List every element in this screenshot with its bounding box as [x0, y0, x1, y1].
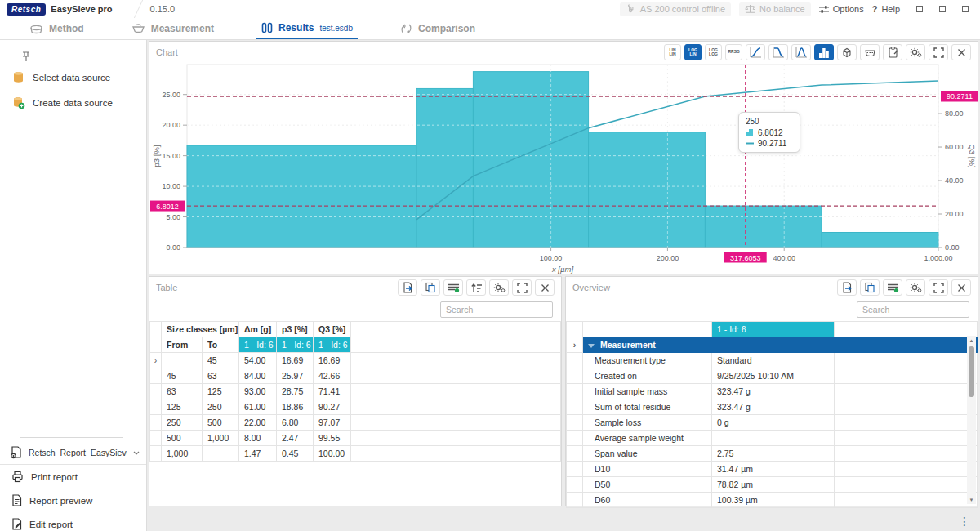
svg-text:317.6053: 317.6053 [730, 254, 761, 262]
overview-row[interactable]: Created on9/25/2025 10:10 AM [567, 368, 978, 384]
chart-settings-button[interactable] [906, 44, 925, 60]
svg-text:Q3 [%]: Q3 [%] [968, 144, 977, 167]
3d-view-button[interactable] [837, 44, 857, 60]
cumulative-curve-button[interactable] [746, 44, 765, 60]
overview-row[interactable]: Sample loss0 g [567, 415, 978, 431]
series-header-cell[interactable]: 1 - Id: 6 [314, 337, 351, 353]
svg-text:20.00: 20.00 [945, 210, 964, 218]
balance-status: No balance [739, 2, 811, 16]
version-label: 0.15.0 [150, 4, 176, 14]
svg-text:6.8012: 6.8012 [156, 203, 179, 211]
series-header-cell[interactable]: 1 - Id: 6 [712, 322, 835, 337]
pin-sidebar-icon[interactable] [21, 51, 31, 62]
scroll-up-icon[interactable]: ▲ [967, 336, 976, 345]
create-data-source-button[interactable]: Create data source [0, 90, 146, 115]
table-search-input[interactable] [440, 301, 553, 318]
print-report-button[interactable]: Print report [0, 465, 146, 489]
copy-button[interactable] [421, 279, 440, 296]
copy-chart-button[interactable] [883, 44, 902, 60]
fullscreen-button[interactable] [929, 44, 948, 60]
close-panel-button[interactable] [535, 279, 555, 296]
title-bar: Retsch EasySieve pro 0.15.0 AS 200 contr… [0, 0, 980, 18]
table-row[interactable]: 456384.0025.9742.66 [150, 368, 561, 384]
tab-measurement[interactable]: Measurement [127, 18, 219, 39]
settings-button[interactable] [906, 279, 925, 296]
column-chooser-button[interactable] [443, 279, 463, 296]
copy-button[interactable] [860, 279, 880, 296]
tab-method[interactable]: Method [24, 18, 89, 39]
axis-log-log-button[interactable]: LOGLOG [705, 44, 722, 60]
divider [20, 437, 123, 438]
chart-panel: Chart LINLINLOGLINLOGLOGRRSB 0.005.0010.… [149, 41, 978, 274]
density-curve-button[interactable] [791, 44, 811, 60]
help-button[interactable]: ? Help [872, 4, 900, 14]
edit-report-button[interactable]: Edit report [0, 512, 146, 531]
overview-row[interactable]: Average sample weight [567, 431, 978, 446]
table-panel: Table Size classes [µm]Δm [g]p3 [%]Q3 [%… [149, 276, 562, 506]
scrollbar-thumb[interactable] [969, 346, 974, 397]
fullscreen-button[interactable] [512, 279, 532, 296]
fullscreen-button[interactable] [929, 279, 948, 296]
retsch-logo: Retsch [7, 3, 46, 16]
axis-rrsb-button[interactable]: RRSB [725, 44, 742, 60]
overview-row[interactable]: Initial sample mass323.47 g [567, 384, 978, 399]
printer-icon [11, 471, 24, 483]
scroll-down-icon[interactable]: ▼ [967, 495, 976, 504]
svg-text:x [µm]: x [µm] [551, 265, 573, 274]
overview-panel: Overview 1 - Id: 6›MeasurementMeasuremen… [565, 276, 978, 506]
axis-lin-lin-button[interactable]: LINLIN [664, 44, 681, 60]
overview-row[interactable]: Sum of total residue323.47 g [567, 399, 978, 415]
axis-log-lin-button[interactable]: LOGLIN [684, 44, 702, 60]
svg-text:0.00: 0.00 [945, 243, 960, 252]
overview-row[interactable]: D5078.82 µm [567, 477, 978, 493]
overview-row[interactable]: Span value2.75 [567, 446, 978, 462]
svg-text:200.00: 200.00 [657, 254, 679, 262]
table-row[interactable]: 6312593.0028.7571.41 [150, 384, 561, 399]
open-file-name: test.esdb [319, 24, 353, 33]
sidebar: Select data sourceCreate data source Ret… [0, 40, 147, 531]
measurement-group-row[interactable]: ›Measurement [567, 337, 978, 353]
collapse-triangle-icon[interactable] [588, 344, 595, 348]
select-data-source-button[interactable]: Select data source [0, 65, 146, 90]
series-header-cell[interactable]: 1 - Id: 6 [277, 337, 314, 353]
svg-text:25.00: 25.00 [162, 91, 180, 99]
export-button[interactable] [837, 279, 857, 296]
window-maximize-button[interactable] [939, 6, 946, 12]
overview-search-input[interactable] [857, 301, 969, 318]
report-preview-button[interactable]: Report preview [0, 489, 146, 512]
histogram-button[interactable] [814, 44, 834, 60]
close-panel-button[interactable] [951, 279, 971, 296]
close-panel-button[interactable] [951, 44, 971, 60]
window-close-button[interactable] [962, 6, 969, 12]
column-chooser-button[interactable] [883, 279, 902, 296]
options-button[interactable]: Options [819, 4, 864, 14]
chevron-down-icon [133, 451, 140, 455]
svg-text:p3 [%]: p3 [%] [152, 145, 161, 167]
table-row[interactable]: ›4554.0016.6916.69 [150, 353, 561, 368]
svg-text:60.00: 60.00 [945, 143, 964, 151]
tab-comparison[interactable]: Comparison [395, 18, 480, 39]
settings-button[interactable] [489, 279, 509, 296]
overview-row[interactable]: Measurement typeStandard [567, 353, 978, 368]
tab-results[interactable]: Resultstest.esdb [256, 18, 358, 39]
export-button[interactable] [398, 279, 417, 296]
chart-panel-title: Chart [156, 47, 178, 57]
table-row[interactable]: 1,0001.470.45100.00 [150, 446, 561, 462]
overview-scrollbar[interactable]: ▲ ▼ [967, 336, 976, 504]
report-template-selector[interactable]: Retsch_Report_EasySieve. [0, 441, 146, 465]
retained-curve-button[interactable] [768, 44, 788, 60]
table-row[interactable]: 25050022.006.8097.07 [150, 415, 561, 431]
window-minimize-button[interactable] [916, 6, 923, 12]
table-row[interactable]: 5001,0008.002.4799.55 [150, 431, 561, 446]
series-header-cell[interactable]: 1 - Id: 6 [239, 337, 277, 353]
chart-plot-area[interactable]: 0.005.0010.0015.0020.0025.000.0020.0040.… [149, 63, 978, 274]
table-row[interactable]: 12525061.0018.8690.27 [150, 399, 561, 415]
sieve-view-button[interactable] [860, 44, 880, 60]
svg-text:0.00: 0.00 [166, 243, 180, 252]
svg-text:40.00: 40.00 [945, 176, 964, 185]
more-options-kebab-icon[interactable]: ⋮ [959, 515, 970, 528]
sort-button[interactable] [466, 279, 486, 296]
svg-text:1,000.00: 1,000.00 [924, 254, 952, 262]
overview-row[interactable]: D60100.39 µm [567, 493, 978, 508]
overview-row[interactable]: D1031.47 µm [567, 462, 978, 477]
